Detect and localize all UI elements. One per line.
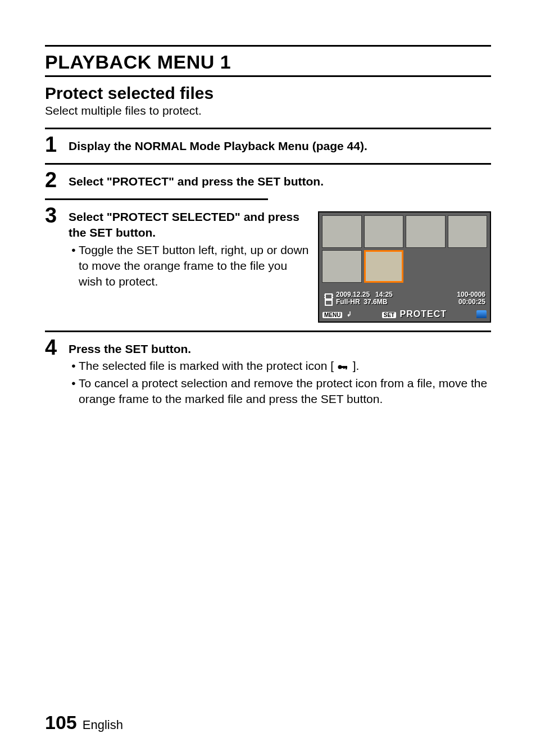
step-number: 2 — [45, 169, 69, 191]
tab-icon — [476, 310, 487, 318]
file-date: 2009.12.25 — [336, 291, 370, 298]
step-instruction: Display the NORMAL Mode Playback Menu (p… — [69, 138, 491, 154]
step-4: 4 Press the SET button. • The selected f… — [45, 332, 491, 415]
section-description: Select multiple files to protect. — [45, 104, 491, 117]
page-title: PLAYBACK MENU 1 — [45, 50, 491, 75]
bullet-icon: • — [69, 358, 79, 374]
camera-screen-illustration: 2009.12.25 14:25 Full-HR 37.6MB 100-0006… — [318, 211, 491, 323]
file-time: 14:25 — [375, 291, 393, 298]
svg-rect-4 — [332, 295, 333, 296]
step-detail: To cancel a protect selection and remove… — [79, 375, 491, 408]
page-footer: 105 English — [45, 712, 123, 734]
protect-icon — [337, 359, 353, 372]
step-1: 1 Display the NORMAL Mode Playback Menu … — [45, 129, 491, 163]
thumbnail — [322, 215, 362, 248]
svg-rect-3 — [324, 297, 325, 298]
step-instruction: Press the SET button. — [69, 341, 491, 357]
video-icon — [324, 293, 334, 306]
return-icon — [346, 311, 352, 319]
step-number: 4 — [45, 337, 69, 358]
thumbnail — [448, 215, 488, 248]
thumbnail-empty — [448, 250, 488, 283]
step-number: 1 — [45, 134, 69, 155]
step-number: 3 — [45, 205, 69, 226]
file-duration: 00:00:25 — [457, 298, 485, 306]
section-heading: Protect selected files — [45, 84, 491, 103]
thumbnail-empty — [406, 250, 446, 283]
set-badge: SET — [382, 312, 396, 318]
menu-badge: MENU — [322, 312, 342, 318]
page-language: English — [83, 718, 123, 732]
step-3: 3 Select "PROTECT SELECTED" and press th… — [45, 200, 491, 331]
thumbnail — [364, 215, 404, 248]
step-instruction: Select "PROTECT" and press the SET butto… — [69, 174, 491, 189]
step-detail: The selected file is marked with the pro… — [79, 358, 491, 374]
file-quality: Full-HR — [336, 298, 360, 306]
step-instruction: Select "PROTECT SELECTED" and press the … — [69, 209, 309, 241]
thumbnail — [322, 250, 362, 283]
step-detail: Toggle the SET button left, right, up or… — [79, 242, 309, 290]
svg-rect-0 — [325, 294, 332, 299]
file-number: 100-0006 — [457, 291, 485, 298]
svg-rect-2 — [324, 295, 325, 296]
file-size: 37.6MB — [364, 298, 387, 306]
thumbnail-selected — [364, 250, 404, 283]
thumbnail — [406, 215, 446, 248]
svg-rect-8 — [346, 366, 347, 370]
bullet-icon: • — [69, 242, 79, 290]
svg-rect-5 — [332, 297, 333, 298]
page-number: 105 — [45, 712, 77, 734]
action-label: PROTECT — [400, 309, 447, 319]
bullet-icon: • — [69, 375, 79, 408]
svg-rect-9 — [343, 366, 345, 369]
svg-rect-1 — [325, 300, 332, 305]
step-2: 2 Select "PROTECT" and press the SET but… — [45, 165, 491, 198]
